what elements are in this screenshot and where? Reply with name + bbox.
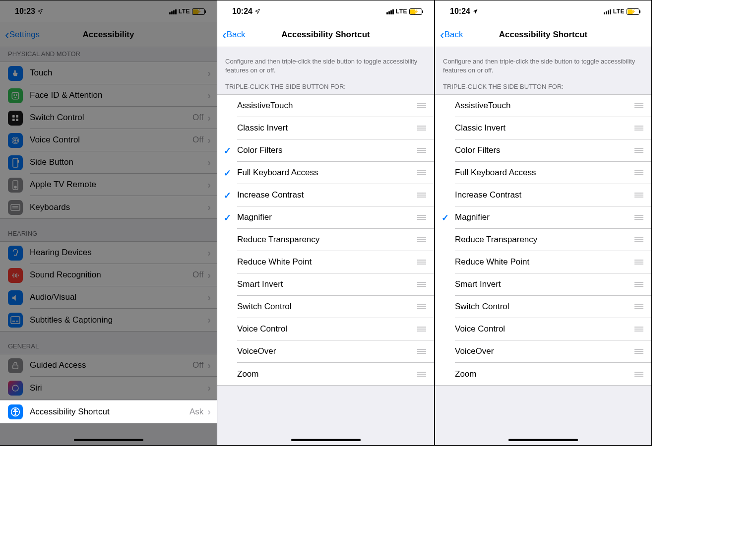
- back-button[interactable]: ‹ Settings: [0, 28, 40, 41]
- row-sound-recognition[interactable]: Sound RecognitionOff›: [0, 264, 217, 286]
- nav-bar: ‹ Settings Accessibility: [0, 22, 217, 47]
- chevron-right-icon: ›: [207, 269, 211, 281]
- shortcut-row[interactable]: ✓Color Filters: [217, 139, 434, 162]
- reorder-handle-icon[interactable]: [417, 282, 426, 287]
- svg-rect-0: [12, 92, 19, 99]
- row-touch[interactable]: Touch›: [0, 62, 217, 84]
- row-faceid[interactable]: Face ID & Attention›: [0, 84, 217, 107]
- shortcut-row[interactable]: Zoom: [435, 363, 651, 385]
- home-indicator[interactable]: [74, 439, 143, 441]
- reorder-handle-icon[interactable]: [634, 126, 643, 131]
- nav-bar: ‹ Back Accessibility Shortcut: [435, 22, 651, 47]
- reorder-handle-icon[interactable]: [634, 193, 643, 198]
- back-label: Back: [227, 30, 246, 40]
- shortcut-row[interactable]: Zoom: [217, 363, 434, 385]
- svg-rect-14: [11, 204, 20, 210]
- shortcut-row[interactable]: Color Filters: [435, 139, 651, 162]
- reorder-handle-icon[interactable]: [417, 237, 426, 242]
- back-button[interactable]: ‹ Back: [217, 28, 245, 41]
- svg-point-26: [12, 385, 18, 391]
- shortcut-row[interactable]: Reduce White Point: [435, 251, 651, 273]
- row-label: Apple TV Remote: [30, 180, 207, 190]
- reorder-handle-icon[interactable]: [417, 103, 426, 108]
- shortcut-row[interactable]: ✓Full Keyboard Access: [217, 162, 434, 184]
- reorder-handle-icon[interactable]: [634, 215, 643, 220]
- shortcut-label: Reduce White Point: [237, 257, 417, 267]
- home-indicator[interactable]: [291, 439, 361, 441]
- shortcut-row[interactable]: Voice Control: [217, 318, 434, 340]
- shortcut-label: Smart Invert: [455, 279, 634, 289]
- reorder-handle-icon[interactable]: [417, 126, 426, 131]
- reorder-handle-icon[interactable]: [417, 148, 426, 153]
- shortcut-row[interactable]: Smart Invert: [217, 273, 434, 296]
- shortcut-row[interactable]: Full Keyboard Access: [435, 162, 651, 184]
- chevron-right-icon: ›: [207, 382, 211, 394]
- list-hearing: Hearing Devices› Sound RecognitionOff› A…: [0, 241, 217, 332]
- reorder-handle-icon[interactable]: [417, 304, 426, 309]
- row-guided-access[interactable]: Guided AccessOff›: [0, 354, 217, 377]
- shortcut-row[interactable]: ✓Magnifier: [435, 206, 651, 229]
- shortcut-row[interactable]: Increase Contrast: [435, 184, 651, 206]
- reorder-handle-icon[interactable]: [634, 237, 643, 242]
- reorder-handle-icon[interactable]: [417, 260, 426, 265]
- content: Configure and then triple-click the side…: [435, 47, 651, 445]
- status-time: 10:23: [15, 7, 35, 16]
- shortcut-row[interactable]: ✓Increase Contrast: [217, 184, 434, 206]
- reorder-handle-icon[interactable]: [417, 193, 426, 198]
- shortcut-label: Full Keyboard Access: [455, 168, 634, 178]
- reorder-handle-icon[interactable]: [634, 260, 643, 265]
- reorder-handle-icon[interactable]: [634, 282, 643, 287]
- row-hearing-devices[interactable]: Hearing Devices›: [0, 242, 217, 264]
- status-bar: 10:24 LTE ⚡: [435, 0, 651, 22]
- reorder-handle-icon[interactable]: [417, 349, 426, 354]
- reorder-handle-icon[interactable]: [634, 103, 643, 108]
- shortcut-label: Zoom: [455, 369, 634, 379]
- row-accessibility-shortcut[interactable]: Accessibility ShortcutAsk›: [0, 400, 217, 423]
- shortcut-label: AssistiveTouch: [455, 101, 634, 111]
- reorder-handle-icon[interactable]: [634, 327, 643, 332]
- shortcut-row[interactable]: Reduce Transparency: [435, 229, 651, 251]
- reorder-handle-icon[interactable]: [634, 304, 643, 309]
- reorder-handle-icon[interactable]: [634, 148, 643, 153]
- shortcut-row[interactable]: Voice Control: [435, 318, 651, 340]
- shortcut-row[interactable]: AssistiveTouch: [217, 95, 434, 117]
- subtitles-icon: [8, 313, 23, 328]
- shortcut-row[interactable]: Switch Control: [435, 296, 651, 318]
- section-header: TRIPLE-CLICK THE SIDE BUTTON FOR:: [435, 77, 651, 94]
- svg-rect-6: [16, 119, 18, 121]
- reorder-handle-icon[interactable]: [417, 170, 426, 175]
- shortcut-row[interactable]: Reduce White Point: [217, 251, 434, 273]
- shortcut-row[interactable]: AssistiveTouch: [435, 95, 651, 117]
- shortcut-label: Voice Control: [455, 324, 634, 334]
- shortcut-row[interactable]: Switch Control: [217, 296, 434, 318]
- home-indicator[interactable]: [508, 439, 578, 441]
- shortcut-row[interactable]: ✓Magnifier: [217, 206, 434, 229]
- reorder-handle-icon[interactable]: [417, 215, 426, 220]
- shortcut-row[interactable]: VoiceOver: [217, 340, 434, 363]
- row-subtitles[interactable]: Subtitles & Captioning›: [0, 309, 217, 331]
- shortcut-row[interactable]: Classic Invert: [435, 117, 651, 139]
- siri-icon: [8, 381, 23, 396]
- shortcut-row[interactable]: VoiceOver: [435, 340, 651, 363]
- shortcut-row[interactable]: Classic Invert: [217, 117, 434, 139]
- reorder-handle-icon[interactable]: [417, 372, 426, 377]
- back-button[interactable]: ‹ Back: [435, 28, 463, 41]
- row-audio-visual[interactable]: Audio/Visual›: [0, 286, 217, 309]
- row-appletv[interactable]: Apple TV Remote›: [0, 174, 217, 196]
- row-side-button[interactable]: Side Button›: [0, 151, 217, 174]
- row-label: Voice Control: [30, 135, 192, 145]
- reorder-handle-icon[interactable]: [417, 327, 426, 332]
- chevron-right-icon: ›: [207, 67, 211, 79]
- row-switch-control[interactable]: Switch ControlOff›: [0, 107, 217, 129]
- row-voice-control[interactable]: Voice ControlOff›: [0, 129, 217, 151]
- shortcut-label: Switch Control: [237, 302, 417, 312]
- shortcut-row[interactable]: Reduce Transparency: [217, 229, 434, 251]
- row-siri[interactable]: Siri›: [0, 377, 217, 399]
- shortcut-row[interactable]: Smart Invert: [435, 273, 651, 296]
- row-keyboards[interactable]: Keyboards›: [0, 196, 217, 218]
- chevron-left-icon: ‹: [440, 28, 444, 41]
- reorder-handle-icon[interactable]: [634, 372, 643, 377]
- reorder-handle-icon[interactable]: [634, 170, 643, 175]
- reorder-handle-icon[interactable]: [634, 349, 643, 354]
- switch-control-icon: [8, 111, 23, 126]
